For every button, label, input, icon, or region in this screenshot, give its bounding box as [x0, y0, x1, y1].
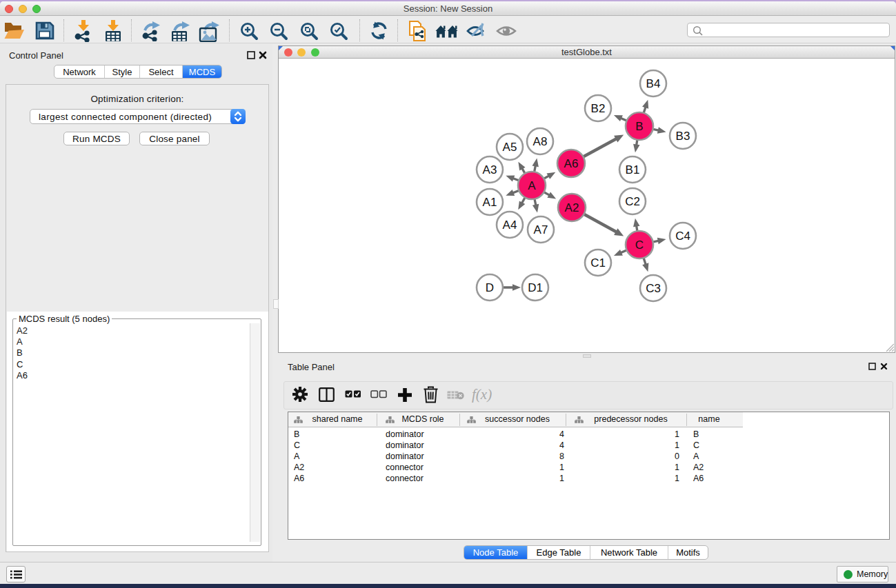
svg-text:A: A [528, 179, 536, 192]
svg-text:C2: C2 [625, 195, 640, 208]
svg-text:C4: C4 [675, 230, 690, 243]
svg-text:A4: A4 [503, 219, 517, 232]
svg-text:A1: A1 [483, 196, 497, 209]
svg-text:A2: A2 [565, 201, 579, 214]
svg-text:B2: B2 [591, 102, 606, 115]
svg-text:B4: B4 [646, 77, 661, 90]
svg-text:A8: A8 [533, 135, 548, 148]
svg-text:A7: A7 [534, 223, 548, 236]
svg-text:B3: B3 [676, 130, 690, 143]
svg-text:A3: A3 [483, 163, 497, 176]
svg-text:B1: B1 [626, 163, 640, 176]
svg-text:A6: A6 [564, 157, 579, 170]
svg-text:D: D [486, 281, 494, 294]
svg-text:C1: C1 [590, 256, 606, 270]
svg-text:C3: C3 [646, 282, 661, 295]
svg-text:D1: D1 [528, 281, 543, 294]
svg-text:A5: A5 [503, 141, 517, 154]
svg-text:B: B [635, 120, 643, 133]
svg-text:C: C [635, 239, 644, 252]
